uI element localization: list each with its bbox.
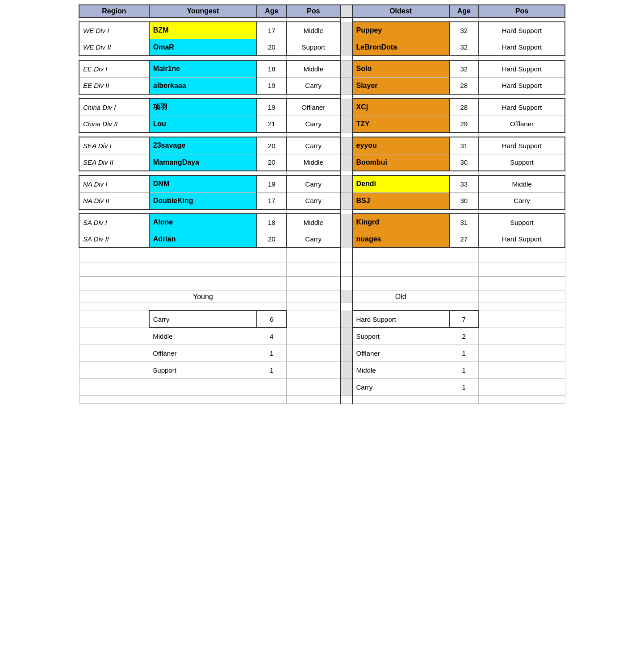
cell-y-pos: Carry [286,175,340,192]
empty-cell [286,291,340,303]
blank-row [79,56,565,60]
blank-row [79,395,565,403]
empty-cell [479,328,565,345]
cell-sep [340,378,352,395]
blank-row [79,262,565,276]
cell-youngest-name: Alone [149,214,257,231]
cell-o-pos: Hard Support [479,137,565,154]
cell-y-age: 20 [257,39,286,56]
cell-sep [340,60,352,77]
old-pos: Carry [352,378,449,395]
cell-sep [340,291,352,303]
young-count: 1 [257,361,286,378]
cell-o-pos: Hard Support [479,99,565,116]
cell-o-pos: Hard Support [479,39,565,56]
blank-row [79,248,565,262]
empty-cell [286,328,340,345]
summary-row: Offlaner 1 Offlaner 1 [79,345,565,361]
old-pos: Middle [352,361,449,378]
empty-cell [479,345,565,361]
old-count: 1 [449,345,479,361]
empty-cell [79,378,149,395]
empty-cell [79,291,149,303]
empty-cell [79,311,149,328]
cell-youngest-name: OmaR [149,39,257,56]
cell-y-age: 17 [257,192,286,209]
old-count: 7 [449,311,479,328]
cell-y-pos: Middle [286,22,340,39]
cell-sep [340,328,352,345]
col-oldest: Oldest [352,5,449,17]
cell-youngest-name: Malr1ne [149,60,257,77]
cell-sep [340,137,352,154]
cell-o-age: 30 [449,154,479,171]
empty-cell [479,311,565,328]
cell-y-pos: Support [286,39,340,56]
cell-y-age: 21 [257,116,286,133]
cell-sep [340,175,352,192]
cell-oldest-name: nuages [352,231,449,248]
cell-o-pos: Hard Support [479,60,565,77]
cell-y-age: 19 [257,77,286,94]
cell-y-age: 18 [257,60,286,77]
cell-o-age: 29 [449,116,479,133]
cell-o-pos: Carry [479,192,565,209]
cell-sep [340,231,352,248]
empty-cell [286,361,340,378]
cell-region: EE Div II [79,77,149,94]
cell-youngest-name: Lou [149,116,257,133]
table-body: WE Div I BZM 17 Middle Puppey 32 Hard Su… [79,17,565,403]
table-row: SEA Div II MamangDaya 20 Middle Boombui … [79,154,565,171]
cell-o-pos: Hard Support [479,22,565,39]
cell-o-age: 27 [449,231,479,248]
old-count: 1 [449,361,479,378]
old-label: Old [352,291,449,303]
cell-y-pos: Carry [286,77,340,94]
blank-row [79,17,565,22]
empty-cell [257,291,286,303]
cell-youngest-name: alberkaaa [149,77,257,94]
cell-o-pos: Support [479,154,565,171]
cell-o-age: 32 [449,39,479,56]
cell-youngest-name: Adrian [149,231,257,248]
cell-region: WE Div II [79,39,149,56]
col-youngest: Youngest [149,5,257,17]
young-pos: Support [149,361,257,378]
cell-oldest-name: XCj [352,99,449,116]
cell-youngest-name: 23savage [149,137,257,154]
cell-y-age: 18 [257,214,286,231]
old-pos: Offlaner [352,345,449,361]
young-count: 4 [257,328,286,345]
empty-cell [286,378,340,395]
young-pos: Middle [149,328,257,345]
cell-oldest-name: Boombui [352,154,449,171]
young-count: 1 [257,345,286,361]
header-row: Region Youngest Age Pos Oldest Age Pos [79,5,565,17]
cell-sep [340,361,352,378]
main-table: Region Youngest Age Pos Oldest Age Pos W… [79,4,565,404]
empty-cell [149,378,257,395]
cell-y-age: 20 [257,231,286,248]
cell-y-pos: Carry [286,192,340,209]
cell-region: China Div I [79,99,149,116]
cell-y-pos: Middle [286,214,340,231]
table-row: SA Div I Alone 18 Middle Kingrd 31 Suppo… [79,214,565,231]
cell-y-pos: Carry [286,231,340,248]
cell-sep [340,39,352,56]
old-pos: Hard Support [352,311,449,328]
cell-sep [340,77,352,94]
cell-oldest-name: Dendi [352,175,449,192]
cell-o-pos: Hard Support [479,77,565,94]
table-row: China Div II Lou 21 Carry TZY 29 Offlane… [79,116,565,133]
empty-cell [286,345,340,361]
cell-sep [340,116,352,133]
summary-row: Carry 6 Hard Support 7 [79,311,565,328]
table-row: China Div I 项羽 19 Offlaner XCj 28 Hard S… [79,99,565,116]
blank-row [79,94,565,99]
table-row: WE Div II OmaR 20 Support LeBronDota 32 … [79,39,565,56]
young-label: Young [149,291,257,303]
cell-sep [340,192,352,209]
cell-oldest-name: LeBronDota [352,39,449,56]
young-count: 6 [257,311,286,328]
cell-youngest-name: DNM [149,175,257,192]
